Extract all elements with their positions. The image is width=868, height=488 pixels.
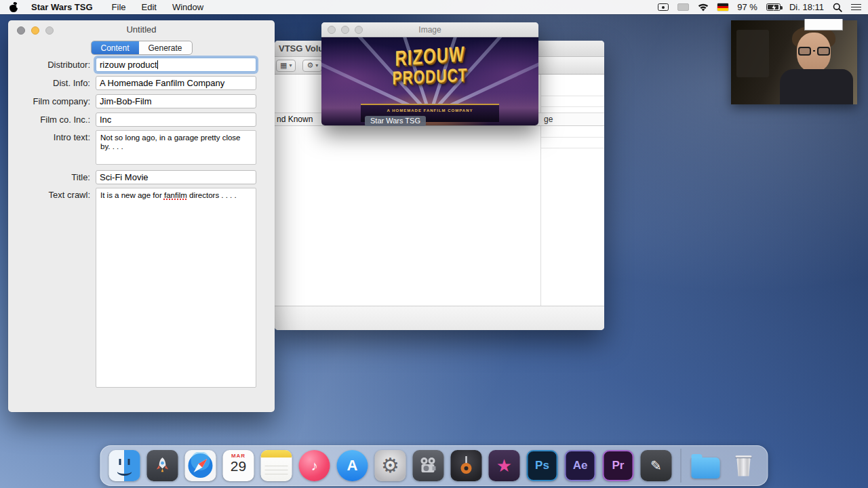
- dock-movie-camera-app[interactable]: [413, 450, 444, 481]
- dock-app-store[interactable]: A: [337, 450, 368, 481]
- input-source-flag-icon[interactable]: [717, 3, 728, 11]
- intro-text-label: Intro text:: [14, 130, 96, 144]
- dock-safari[interactable]: [185, 450, 216, 481]
- tab-generate[interactable]: Generate: [138, 41, 191, 54]
- nc-line: [851, 4, 861, 5]
- webcam-overlay: [731, 20, 857, 104]
- dist-info-label: Dist. Info:: [14, 76, 96, 90]
- clock-label[interactable]: Di. 18:11: [789, 2, 824, 12]
- glasses-lens: [817, 47, 830, 56]
- dock-photoshop[interactable]: Ps: [527, 450, 558, 481]
- wifi-icon[interactable]: [698, 3, 709, 12]
- dock-trash[interactable]: [728, 450, 760, 481]
- compass-icon: [187, 452, 214, 479]
- text-caret: [157, 60, 158, 69]
- nc-line: [851, 9, 861, 11]
- battery-percent-label: 97 %: [737, 2, 757, 12]
- gear-icon: ⚙: [381, 455, 399, 476]
- minimize-button[interactable]: [31, 26, 39, 35]
- zoom-button[interactable]: [45, 26, 54, 35]
- active-app-menu[interactable]: Star Wars TSG: [31, 2, 93, 12]
- title-value: Sci-Fi Movie: [100, 172, 149, 182]
- dock-downloads-folder[interactable]: [690, 450, 722, 481]
- film-company-input[interactable]: Jim-Bob-Film: [96, 94, 256, 108]
- close-button[interactable]: [17, 26, 25, 35]
- guitar-icon: [457, 455, 476, 476]
- menu-edit[interactable]: Edit: [142, 2, 157, 12]
- dist-info-input[interactable]: A Homemade Fanfilm Company: [96, 76, 256, 90]
- tab-content[interactable]: Content: [91, 41, 138, 54]
- dock-garageband[interactable]: [451, 450, 482, 481]
- title-input[interactable]: Sci-Fi Movie: [96, 170, 256, 184]
- intro-text-value: Not so long ago, in a garage pretty clos…: [100, 134, 241, 150]
- row-separator: [541, 148, 604, 148]
- apple-menu-icon[interactable]: [9, 3, 18, 12]
- dock-notes[interactable]: [261, 450, 292, 481]
- action-menu-button[interactable]: ⚙ ▾: [302, 60, 322, 72]
- notification-center-icon[interactable]: [851, 4, 861, 11]
- menu-window[interactable]: Window: [172, 2, 203, 12]
- folder-icon: [692, 458, 720, 479]
- trash-lid: [736, 455, 752, 458]
- glasses-lens: [798, 47, 811, 56]
- image-preview-window[interactable]: Image RIZOUW PRODUCT A HOMEMADE FANFILM …: [321, 22, 538, 125]
- field-row-text-crawl: Text crawl: It is a new age for fanfilm …: [14, 188, 256, 388]
- premiere-pr-label: Pr: [612, 459, 625, 472]
- star-icon: ★: [496, 455, 512, 476]
- tab-control: Content Generate: [90, 41, 192, 55]
- close-button[interactable]: [328, 26, 336, 34]
- dock-calendar[interactable]: MAR 29: [223, 450, 254, 481]
- screen-recording-icon[interactable]: [658, 3, 669, 11]
- battery-icon[interactable]: [766, 3, 781, 11]
- menu-bar: Star Wars TSG File Edit Window 97 % Di. …: [0, 0, 868, 14]
- view-mode-button[interactable]: ▦ ▾: [276, 60, 296, 72]
- dock-itunes[interactable]: ♪: [299, 450, 330, 481]
- grid-view-icon: ▦: [280, 61, 287, 70]
- logo-tagline: A HOMEMADE FANFILM COMPANY: [361, 108, 499, 113]
- keyboard-icon[interactable]: [677, 3, 689, 11]
- text-crawl-area[interactable]: It is a new age for fanfilm directors . …: [96, 188, 256, 388]
- nc-line: [851, 7, 861, 8]
- row-separator: [541, 106, 604, 107]
- field-row-dist-info: Dist. Info: A Homemade Fanfilm Company: [14, 76, 256, 90]
- text-crawl-suffix: directors . . . .: [187, 191, 237, 199]
- calendar-day-label: 29: [231, 459, 246, 473]
- selected-file-label[interactable]: Star Wars TSG: [365, 116, 426, 126]
- zoom-button[interactable]: [355, 26, 363, 34]
- minimize-button[interactable]: [341, 26, 349, 34]
- image-window-titlebar[interactable]: Image: [321, 22, 538, 37]
- menu-file[interactable]: File: [112, 2, 126, 12]
- dock-launchpad[interactable]: [147, 450, 178, 481]
- rocket-icon: [154, 457, 172, 474]
- column-divider: [540, 75, 541, 306]
- pencil-icon: ✎: [650, 458, 662, 474]
- spotlight-search-icon[interactable]: [833, 3, 842, 12]
- image-window-controls: [328, 26, 363, 34]
- intro-text-area[interactable]: Not so long ago, in a garage pretty clos…: [96, 130, 256, 165]
- dock-premiere-pro[interactable]: Pr: [603, 450, 634, 481]
- film-co-inc-input[interactable]: Inc: [96, 113, 256, 127]
- distributor-input[interactable]: rizouw product: [96, 58, 256, 72]
- dock-star-wars-tsg-app[interactable]: ★: [489, 450, 520, 481]
- glasses-bridge: [813, 50, 815, 52]
- dock-pencil-app[interactable]: ✎: [641, 450, 672, 481]
- film-company-label: Film company:: [14, 94, 96, 108]
- field-row-distributor: Distributor: rizouw product: [14, 58, 256, 72]
- flag-stripe-gold: [717, 8, 728, 11]
- fox-parody-logo-image: RIZOUW PRODUCT A HOMEMADE FANFILM COMPAN…: [321, 37, 538, 125]
- dock-finder[interactable]: [109, 450, 140, 481]
- distributor-value: rizouw product: [100, 60, 157, 70]
- film-company-value: Jim-Bob-Film: [100, 96, 152, 106]
- content-editor-window[interactable]: Untitled Content Generate Distributor: r…: [8, 20, 275, 412]
- webcam-person-glasses: [798, 46, 830, 56]
- music-note-icon: ♪: [311, 458, 318, 474]
- dist-info-value: A Homemade Fanfilm Company: [100, 78, 224, 88]
- title-label: Title:: [14, 170, 96, 184]
- dock-system-preferences[interactable]: ⚙: [375, 450, 406, 481]
- battery-nub: [781, 6, 783, 9]
- trash-icon: [736, 455, 752, 476]
- column-header-image: ge: [544, 113, 553, 125]
- dock-after-effects[interactable]: Ae: [565, 450, 596, 481]
- after-effects-ae-label: Ae: [573, 459, 588, 472]
- text-crawl-prefix: It is a new age for: [100, 191, 164, 199]
